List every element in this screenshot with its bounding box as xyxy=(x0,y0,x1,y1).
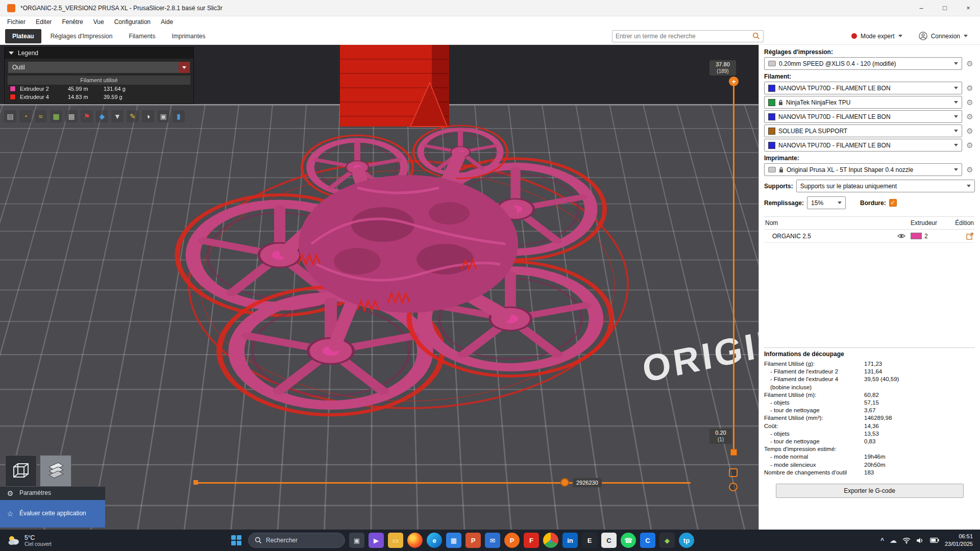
object-extruder-swatch[interactable] xyxy=(911,233,922,239)
gear-icon[interactable] xyxy=(965,84,975,93)
legend-header[interactable]: Legend xyxy=(5,47,193,59)
move-slider-handle[interactable] xyxy=(560,478,569,487)
taskbar-app-icon[interactable]: ▦ xyxy=(446,533,461,548)
taskbar-app-icon[interactable]: tp xyxy=(679,533,694,548)
dropdown-arrow-icon[interactable] xyxy=(179,62,190,73)
taskbar-app-icon[interactable]: e xyxy=(427,533,442,548)
slider-option-icon[interactable] xyxy=(729,468,738,477)
legend-toggle-icon[interactable]: ◔ xyxy=(19,110,32,122)
taskbar-app-icon[interactable]: P xyxy=(465,533,481,548)
onedrive-icon[interactable]: ☁ xyxy=(890,536,897,544)
menu-item[interactable]: Aide xyxy=(161,18,173,26)
search-input[interactable] xyxy=(616,33,752,40)
legend-view-select[interactable]: Outil xyxy=(8,61,190,73)
mode-selector[interactable]: Mode expert xyxy=(851,33,902,40)
column-extruder[interactable]: Extrudeur xyxy=(911,219,950,227)
taskbar-app-icon[interactable]: ◆ xyxy=(659,533,675,548)
filament-select[interactable]: NANOVIA TPU70D - FILAMENT LE BON xyxy=(764,110,962,123)
tab[interactable]: Imprimantes xyxy=(164,29,212,43)
taskbar-app-icon[interactable]: ▣ xyxy=(349,533,364,548)
column-name[interactable]: Nom xyxy=(765,219,897,227)
tab[interactable]: Filaments xyxy=(121,29,162,43)
volume-icon[interactable] xyxy=(916,537,924,544)
legend-toggle-icon[interactable]: ▦ xyxy=(50,110,62,122)
profile-icon xyxy=(768,61,776,66)
filament-select[interactable]: NANOVIA TPU70D - FILAMENT LE BON xyxy=(764,139,962,152)
taskbar-app-icon[interactable]: ▶ xyxy=(369,533,384,548)
legend-toggle-icon[interactable]: ▣ xyxy=(157,110,169,122)
legend-toggle-icon[interactable]: ▤ xyxy=(4,110,16,122)
move-slider-start-handle[interactable] xyxy=(193,480,198,485)
taskbar-app-icon[interactable]: C xyxy=(601,533,617,548)
tab[interactable]: Plateau xyxy=(5,29,41,43)
menu-item[interactable]: Fichier xyxy=(7,18,26,26)
legend-toggle-icon[interactable]: ▩ xyxy=(65,110,78,122)
filament-select[interactable]: SOLUBE PLA SUPPORT xyxy=(764,124,962,137)
legend-toggle-icon[interactable]: ▼ xyxy=(111,110,124,122)
object-row[interactable]: ORGANIC 2.5 2 xyxy=(764,230,975,243)
taskbar-app-icon[interactable]: E xyxy=(582,533,597,548)
battery-icon[interactable] xyxy=(930,538,939,543)
taskbar-search[interactable]: Rechercher xyxy=(248,533,345,548)
filament-select[interactable]: NANOVIA TPU70D - FILAMENT LE BON xyxy=(764,82,962,94)
layer-slider-top-handle[interactable]: + xyxy=(729,77,739,86)
wifi-icon[interactable] xyxy=(902,537,911,544)
tab[interactable]: Réglages d'Impression xyxy=(43,29,120,43)
legend-toggle-icon[interactable]: ◆ xyxy=(96,110,108,122)
eye-icon[interactable] xyxy=(897,233,911,239)
taskbar-app-icon[interactable]: ● xyxy=(543,533,558,548)
corner-menu-item[interactable]: ⚙ Paramètres xyxy=(0,487,105,500)
start-button[interactable] xyxy=(229,533,244,548)
taskbar-app-icon[interactable]: in xyxy=(562,533,578,548)
gear-icon[interactable] xyxy=(965,59,975,68)
print-profile-select[interactable]: 0.20mm SPEED @XLIS 0.4 - 120 (modifié) xyxy=(764,57,962,70)
layer-slider-bottom-handle[interactable] xyxy=(730,449,737,456)
clock[interactable]: 06:51 23/01/2025 xyxy=(945,533,973,548)
legend-toggle-icon[interactable]: ⚑ xyxy=(81,110,93,122)
gear-icon[interactable] xyxy=(965,112,975,121)
menu-item[interactable]: Fenêtre xyxy=(62,18,83,26)
legend-toggle-icon[interactable]: ▮ xyxy=(173,110,185,122)
close-button[interactable]: × xyxy=(957,0,980,16)
taskbar-app-icon[interactable]: ☎ xyxy=(621,533,636,548)
supports-select[interactable]: Supports sur le plateau uniquement xyxy=(796,180,975,192)
gear-icon[interactable] xyxy=(965,141,975,150)
minimize-button[interactable]: – xyxy=(910,0,933,16)
tray-expand-icon[interactable]: ^ xyxy=(880,537,884,544)
menu-item[interactable]: Editer xyxy=(36,18,52,26)
taskbar-app-icon[interactable] xyxy=(407,533,423,548)
move-slider-track[interactable] xyxy=(197,482,691,484)
legend-toggle-icon[interactable]: ✎ xyxy=(127,110,139,122)
export-gcode-button[interactable]: Exporter le G-code xyxy=(776,484,964,498)
login-button[interactable]: Connexion xyxy=(919,32,968,40)
gear-icon[interactable] xyxy=(965,165,975,174)
viewport-3d[interactable]: ORIGINAL xyxy=(0,45,758,530)
taskbar-app-icon[interactable]: F xyxy=(524,533,539,548)
view-layers-button[interactable] xyxy=(40,455,71,487)
brim-checkbox[interactable]: ✓ xyxy=(889,199,897,207)
maximize-button[interactable]: □ xyxy=(933,0,957,16)
slice-info-row: - mode normal 19h46m xyxy=(764,453,975,461)
taskbar-app-icon[interactable]: C xyxy=(640,533,655,548)
menu-item[interactable]: Configuration xyxy=(114,18,151,26)
layer-slider-track[interactable] xyxy=(733,82,734,452)
taskbar-app-icon[interactable]: P xyxy=(504,533,520,548)
menu-item[interactable]: Vue xyxy=(93,18,104,26)
search-box[interactable] xyxy=(612,30,764,42)
gear-icon[interactable] xyxy=(965,98,975,107)
gear-icon[interactable] xyxy=(965,127,975,136)
printer-select[interactable]: Original Prusa XL - 5T Input Shaper 0.4 … xyxy=(764,163,962,176)
view-3d-button[interactable] xyxy=(5,455,37,487)
info-label: Filament Utilisé (mm³): xyxy=(764,414,864,422)
column-edit[interactable]: Édition xyxy=(950,219,974,227)
taskbar-app-icon[interactable]: ✉ xyxy=(485,533,500,548)
infill-select[interactable]: 15% xyxy=(807,196,846,209)
weather-widget[interactable]: 5°C Ciel couvert xyxy=(0,530,59,551)
slider-option-icon[interactable] xyxy=(729,483,738,491)
taskbar-app-icon[interactable]: ▭ xyxy=(388,533,403,548)
legend-toggle-icon[interactable]: ≈ xyxy=(35,110,47,122)
edit-icon[interactable] xyxy=(950,232,974,240)
corner-menu-item[interactable]: ☆ Évaluer cette application xyxy=(0,500,105,528)
filament-select[interactable]: NinjaTek NinjaFlex TPU xyxy=(764,96,962,109)
legend-toggle-icon[interactable]: ◑ xyxy=(142,110,154,122)
